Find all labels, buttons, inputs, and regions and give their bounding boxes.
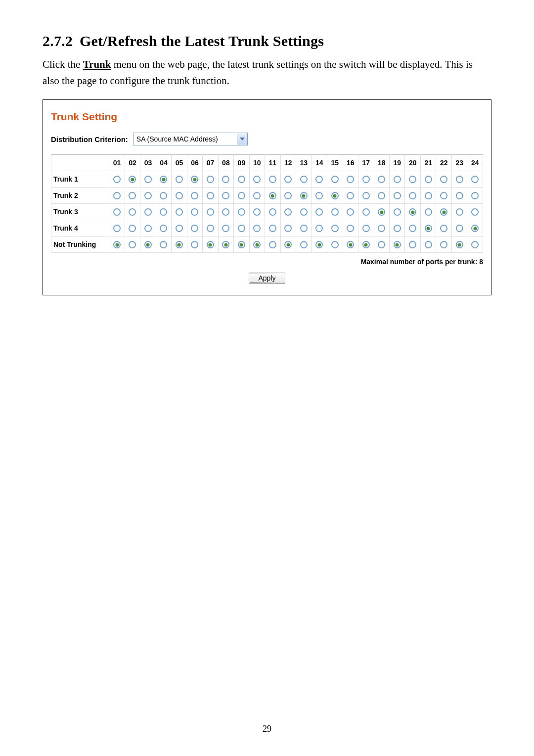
port-radio[interactable] [409,225,416,232]
port-radio[interactable] [176,192,183,199]
port-radio[interactable] [362,241,370,248]
port-radio[interactable] [238,225,245,232]
port-radio[interactable] [378,225,385,232]
port-radio[interactable] [269,225,276,232]
port-radio[interactable] [300,176,308,183]
port-radio[interactable] [113,208,121,216]
port-radio[interactable] [347,208,354,216]
port-radio[interactable] [456,192,463,199]
port-radio[interactable] [191,176,198,183]
port-radio[interactable] [129,225,136,232]
port-radio[interactable] [456,176,463,183]
port-radio[interactable] [362,192,370,199]
port-radio[interactable] [144,225,152,232]
port-radio[interactable] [191,208,198,216]
port-radio[interactable] [315,241,323,248]
port-radio[interactable] [378,208,385,216]
port-radio[interactable] [207,192,214,199]
port-radio[interactable] [394,176,401,183]
port-radio[interactable] [284,176,292,183]
port-radio[interactable] [238,208,245,216]
port-radio[interactable] [160,208,167,216]
port-radio[interactable] [176,176,183,183]
port-radio[interactable] [378,241,385,248]
port-radio[interactable] [300,225,308,232]
port-radio[interactable] [471,225,479,232]
port-radio[interactable] [207,241,214,248]
port-radio[interactable] [144,192,152,199]
port-radio[interactable] [378,192,385,199]
port-radio[interactable] [331,176,339,183]
port-radio[interactable] [160,192,167,199]
port-radio[interactable] [362,208,370,216]
port-radio[interactable] [362,225,370,232]
port-radio[interactable] [269,208,276,216]
port-radio[interactable] [253,241,261,248]
port-radio[interactable] [113,176,121,183]
port-radio[interactable] [191,225,198,232]
port-radio[interactable] [440,192,447,199]
port-radio[interactable] [176,225,183,232]
port-radio[interactable] [300,192,308,199]
port-radio[interactable] [425,241,432,248]
port-radio[interactable] [129,192,136,199]
port-radio[interactable] [176,208,183,216]
port-radio[interactable] [269,241,276,248]
port-radio[interactable] [409,208,416,216]
port-radio[interactable] [347,225,354,232]
port-radio[interactable] [113,241,121,248]
port-radio[interactable] [160,176,167,183]
port-radio[interactable] [284,208,292,216]
port-radio[interactable] [456,225,463,232]
port-radio[interactable] [315,176,323,183]
port-radio[interactable] [113,192,121,199]
port-radio[interactable] [440,241,447,248]
port-radio[interactable] [207,225,214,232]
port-radio[interactable] [253,192,261,199]
port-radio[interactable] [362,176,370,183]
port-radio[interactable] [207,208,214,216]
port-radio[interactable] [315,225,323,232]
port-radio[interactable] [253,225,261,232]
port-radio[interactable] [284,241,292,248]
port-radio[interactable] [269,192,276,199]
port-radio[interactable] [471,176,479,183]
port-radio[interactable] [409,176,416,183]
port-radio[interactable] [378,176,385,183]
port-radio[interactable] [222,208,229,216]
port-radio[interactable] [129,176,136,183]
port-radio[interactable] [222,225,229,232]
port-radio[interactable] [222,176,229,183]
apply-button[interactable]: Apply [249,273,285,284]
port-radio[interactable] [300,208,308,216]
port-radio[interactable] [331,192,339,199]
port-radio[interactable] [425,208,432,216]
port-radio[interactable] [315,192,323,199]
port-radio[interactable] [238,192,245,199]
port-radio[interactable] [394,225,401,232]
port-radio[interactable] [253,208,261,216]
port-radio[interactable] [160,241,167,248]
port-radio[interactable] [440,208,447,216]
port-radio[interactable] [347,176,354,183]
port-radio[interactable] [144,208,152,216]
port-radio[interactable] [331,208,339,216]
port-radio[interactable] [253,176,261,183]
port-radio[interactable] [129,241,136,248]
port-radio[interactable] [129,208,136,216]
port-radio[interactable] [471,192,479,199]
port-radio[interactable] [394,208,401,216]
port-radio[interactable] [238,176,245,183]
port-radio[interactable] [440,176,447,183]
port-radio[interactable] [238,241,245,248]
port-radio[interactable] [425,176,432,183]
port-radio[interactable] [331,225,339,232]
port-radio[interactable] [394,241,401,248]
port-radio[interactable] [456,241,463,248]
port-radio[interactable] [331,241,339,248]
port-radio[interactable] [347,241,354,248]
port-radio[interactable] [191,241,198,248]
port-radio[interactable] [144,241,152,248]
port-radio[interactable] [315,208,323,216]
port-radio[interactable] [456,208,463,216]
